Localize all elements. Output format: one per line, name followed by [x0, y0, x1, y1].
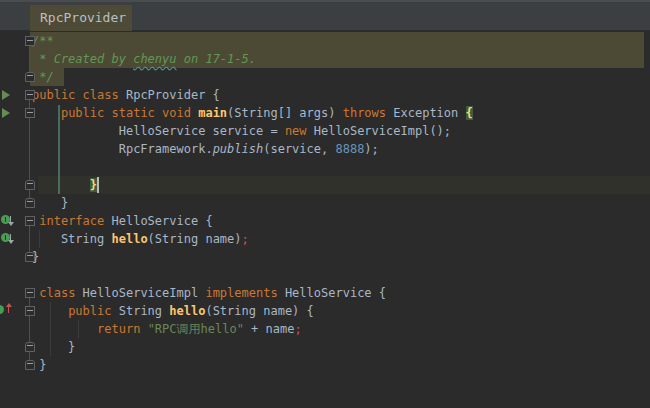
code-line[interactable]: } — [0, 356, 46, 374]
caret — [97, 177, 99, 193]
editor: /** * Created by chenyu on 17-1-5. */pub… — [0, 31, 650, 408]
selection-highlight — [30, 32, 644, 50]
code-line[interactable]: public String hello(String name) { — [0, 302, 314, 320]
code-line[interactable] — [0, 266, 32, 284]
editor-tab-bar: RpcProvider — [0, 0, 650, 31]
code-line[interactable]: String hello(String name); — [0, 230, 249, 248]
fold-collapse-end-icon[interactable] — [25, 342, 35, 352]
navigate-super-icon[interactable] — [8, 306, 9, 313]
tab-title: RpcProvider — [40, 10, 126, 25]
code-line[interactable]: * Created by chenyu on 17-1-5. — [0, 50, 256, 68]
fold-collapse-end-icon[interactable] — [25, 252, 35, 262]
tab-rpcprovider[interactable]: RpcProvider — [30, 5, 132, 31]
code-line[interactable]: class HelloServiceImpl implements HelloS… — [0, 284, 386, 302]
fold-collapse-end-icon[interactable] — [25, 360, 35, 370]
current-line-highlight — [38, 176, 650, 194]
fold-collapse-icon[interactable] — [25, 36, 35, 46]
code-line[interactable] — [0, 158, 32, 176]
run-icon[interactable] — [2, 90, 10, 100]
code-line[interactable]: return "RPC调用hello" + name; — [0, 320, 302, 338]
fold-collapse-icon[interactable] — [25, 216, 35, 226]
fold-collapse-end-icon[interactable] — [25, 72, 35, 82]
code-line[interactable]: RpcFramework.publish(service, 8888); — [0, 140, 379, 158]
fold-collapse-icon[interactable] — [25, 306, 35, 316]
code-line[interactable]: } — [0, 338, 75, 356]
run-icon[interactable] — [2, 108, 10, 118]
code-line[interactable]: } — [0, 176, 97, 194]
navigate-implementations-icon[interactable] — [10, 216, 11, 223]
fold-collapse-end-icon[interactable] — [25, 180, 35, 190]
navigate-implementations-icon[interactable] — [10, 234, 11, 241]
code-line[interactable]: HelloService service = new HelloServiceI… — [0, 122, 451, 140]
fold-collapse-icon[interactable] — [25, 90, 35, 100]
fold-collapse-icon[interactable] — [25, 108, 35, 118]
fold-collapse-end-icon[interactable] — [25, 198, 35, 208]
fold-collapse-icon[interactable] — [25, 288, 35, 298]
code-line[interactable]: public static void main(String[] args) t… — [0, 104, 473, 122]
